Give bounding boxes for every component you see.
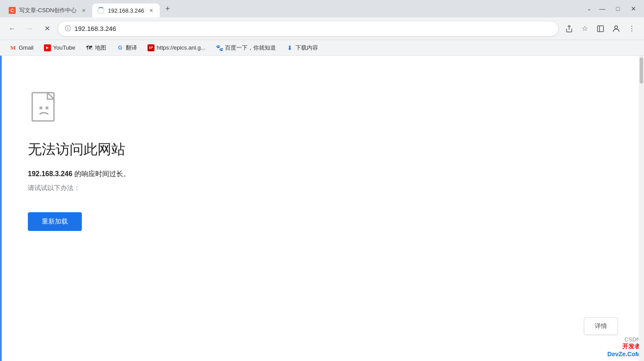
main-content: 无法访问此网站 192.168.3.246 的响应时间过长。 请试试以下办法： … (2, 56, 644, 361)
menu-button[interactable]: ⋮ (625, 22, 639, 36)
bookmark-translate-label: 翻译 (126, 44, 137, 52)
title-bar: C 写文章-CSDN创作中心 ✕ 192.168.3.246 ✕ + ⌄ — □… (0, 0, 644, 17)
youtube-favicon-icon: ▶ (44, 44, 51, 51)
bookmarks-bar: M Gmail ▶ YouTube 🗺 地图 G 翻译 EP https://e… (0, 40, 644, 56)
error-suggestion: 请试试以下办法： (28, 184, 618, 192)
navigation-bar: ← → ✕ ⓘ 192.168.3.246 ☆ ⋮ (0, 17, 644, 40)
svg-line-4 (47, 93, 54, 99)
forward-button[interactable]: → (23, 22, 37, 36)
svg-point-2 (615, 26, 618, 29)
reload-button[interactable]: 重新加载 (28, 212, 82, 231)
address-text: 192.168.3.246 (74, 25, 551, 32)
maps-favicon-icon: 🗺 (86, 44, 93, 51)
details-button[interactable]: 详情 (584, 318, 618, 335)
window-controls: ⌄ — □ ✕ (585, 3, 641, 15)
profile-button[interactable] (609, 22, 623, 36)
tab-dropdown-button[interactable]: ⌄ (585, 3, 594, 15)
watermark-devze-text: 开发者 DevZe.CoM (607, 343, 641, 358)
address-bar[interactable]: ⓘ 192.168.3.246 (57, 21, 559, 37)
stop-button[interactable]: ✕ (40, 22, 54, 36)
bookmark-maps-label: 地图 (95, 44, 106, 52)
sidebar-button[interactable] (594, 22, 607, 36)
bookmark-gmail[interactable]: M Gmail (5, 43, 38, 53)
translate-favicon-icon: G (117, 44, 124, 51)
bookmark-gmail-label: Gmail (19, 44, 34, 51)
watermark-csdn-text: CSDN (607, 336, 641, 343)
bookmark-maps[interactable]: 🗺 地图 (81, 42, 111, 53)
bookmark-button[interactable]: ☆ (578, 22, 592, 36)
bookmark-download[interactable]: ⬇ 下载内容 (282, 42, 322, 53)
tab-ip[interactable]: 192.168.3.246 ✕ (92, 3, 160, 17)
error-title: 无法访问此网站 (28, 140, 618, 159)
bookmark-translate[interactable]: G 翻译 (112, 42, 141, 53)
error-description: 192.168.3.246 的响应时间过长。 (28, 170, 618, 179)
new-tab-button[interactable]: + (161, 3, 174, 15)
bookmark-youtube[interactable]: ▶ YouTube (40, 43, 80, 53)
bookmark-epics-label: https://epics.anl.g... (157, 44, 205, 51)
content-area: 无法访问此网站 192.168.3.246 的响应时间过长。 请试试以下办法： … (0, 56, 644, 361)
baidu-favicon-icon: 🐾 (216, 44, 223, 51)
share-button[interactable] (562, 22, 576, 36)
csdn-favicon-icon: C (9, 7, 16, 14)
tab-ip-close[interactable]: ✕ (148, 7, 154, 14)
bookmark-baidu-label: 百度一下，你就知道 (225, 44, 276, 52)
svg-rect-3 (32, 93, 54, 121)
error-desc-suffix: 的响应时间过长。 (72, 170, 130, 177)
tabs-container: C 写文章-CSDN创作中心 ✕ 192.168.3.246 ✕ + (3, 2, 174, 16)
close-button[interactable]: ✕ (627, 3, 641, 15)
bookmark-epics[interactable]: EP https://epics.anl.g... (143, 43, 210, 53)
download-favicon-icon: ⬇ (286, 44, 293, 51)
watermark: CSDN 开发者 DevZe.CoM (607, 336, 641, 358)
loading-spinner-icon (97, 7, 104, 14)
minimize-button[interactable]: — (595, 3, 609, 15)
bookmark-youtube-label: YouTube (53, 44, 75, 51)
gmail-favicon-icon: M (10, 44, 17, 51)
back-button[interactable]: ← (5, 22, 19, 36)
bookmark-baidu[interactable]: 🐾 百度一下，你就知道 (211, 42, 280, 53)
tab-ip-label: 192.168.3.246 (108, 7, 144, 14)
tab-csdn[interactable]: C 写文章-CSDN创作中心 ✕ (3, 3, 92, 17)
epics-favicon-icon: EP (148, 44, 154, 51)
scrollbar-thumb[interactable] (640, 57, 643, 84)
bookmark-download-label: 下载内容 (295, 44, 318, 52)
error-ip: 192.168.3.246 (28, 170, 72, 177)
svg-rect-0 (597, 26, 604, 32)
scrollbar[interactable] (639, 56, 644, 361)
restore-button[interactable]: □ (611, 3, 625, 15)
error-page-icon (28, 90, 63, 125)
tab-csdn-label: 写文章-CSDN创作中心 (19, 7, 77, 14)
tab-csdn-close[interactable]: ✕ (80, 7, 87, 14)
nav-actions: ☆ ⋮ (562, 22, 639, 36)
security-info-icon[interactable]: ⓘ (65, 25, 71, 33)
watermark-devze-url: DevZe.CoM (607, 351, 641, 358)
